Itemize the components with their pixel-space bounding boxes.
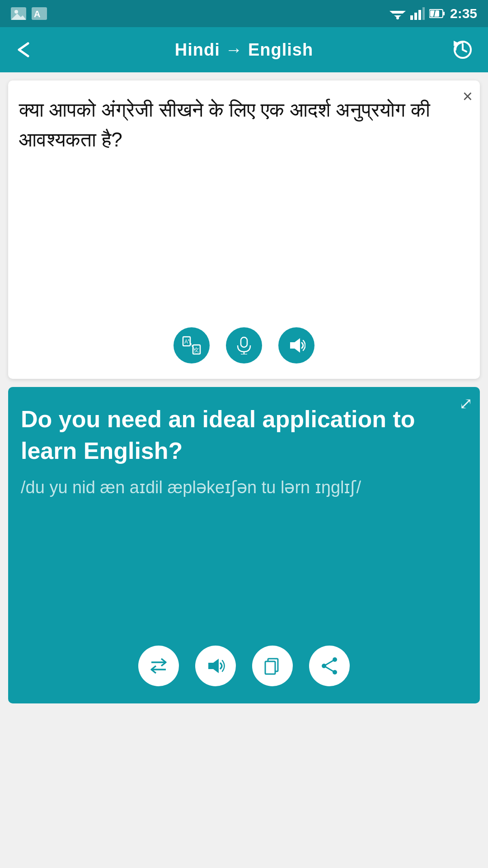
svg-text:A: A bbox=[184, 339, 188, 345]
swap-languages-button[interactable] bbox=[138, 646, 179, 686]
font-icon: A bbox=[32, 7, 47, 20]
svg-rect-10 bbox=[414, 13, 417, 20]
svg-rect-11 bbox=[418, 10, 421, 20]
phonetic-text: /du yu nid æn aɪdil æpləkeɪʃən tu lərn ɪ… bbox=[21, 475, 467, 500]
status-time: 2:35 bbox=[450, 6, 477, 21]
status-right: 2:35 bbox=[389, 6, 477, 21]
svg-rect-12 bbox=[422, 7, 425, 20]
speak-output-button[interactable] bbox=[195, 646, 236, 686]
svg-rect-9 bbox=[410, 15, 413, 20]
speak-input-button[interactable] bbox=[278, 327, 314, 363]
input-panel: × क्या आपको अंग्रेजी सीखने के लिए एक आदर… bbox=[8, 80, 480, 379]
image-icon bbox=[11, 7, 26, 20]
app-bar: Hindi → English bbox=[0, 27, 488, 72]
output-actions bbox=[21, 637, 467, 691]
history-button[interactable] bbox=[450, 37, 475, 62]
expand-button[interactable]: ⤢ bbox=[459, 394, 473, 413]
microphone-button[interactable] bbox=[226, 327, 262, 363]
svg-line-35 bbox=[324, 666, 335, 672]
clear-input-button[interactable]: × bbox=[463, 88, 473, 105]
svg-marker-28 bbox=[208, 659, 219, 673]
svg-point-1 bbox=[14, 10, 18, 14]
svg-point-8 bbox=[396, 17, 399, 19]
svg-marker-27 bbox=[290, 338, 300, 353]
back-button[interactable] bbox=[13, 37, 38, 62]
output-panel: ⤢ Do you need an ideal application to le… bbox=[8, 387, 480, 703]
svg-rect-30 bbox=[265, 661, 275, 674]
svg-line-34 bbox=[324, 660, 335, 666]
input-text: क्या आपको अंग्रेजी सीखने के लिए एक आदर्श… bbox=[19, 95, 469, 155]
battery-icon bbox=[429, 8, 446, 19]
app-bar-title: Hindi → English bbox=[175, 40, 313, 60]
status-icons: A bbox=[11, 7, 47, 20]
copy-button[interactable] bbox=[252, 646, 293, 686]
wifi-icon bbox=[389, 7, 406, 20]
input-actions: A 文 bbox=[19, 318, 469, 368]
svg-rect-24 bbox=[241, 337, 247, 347]
translated-text: Do you need an ideal application to lear… bbox=[21, 403, 467, 467]
svg-text:A: A bbox=[34, 9, 40, 19]
share-button[interactable] bbox=[309, 646, 350, 686]
translate-icon-button[interactable]: A 文 bbox=[174, 327, 210, 363]
svg-rect-14 bbox=[443, 12, 445, 15]
signal-icon bbox=[410, 7, 425, 20]
status-bar: A 2:35 bbox=[0, 0, 488, 27]
